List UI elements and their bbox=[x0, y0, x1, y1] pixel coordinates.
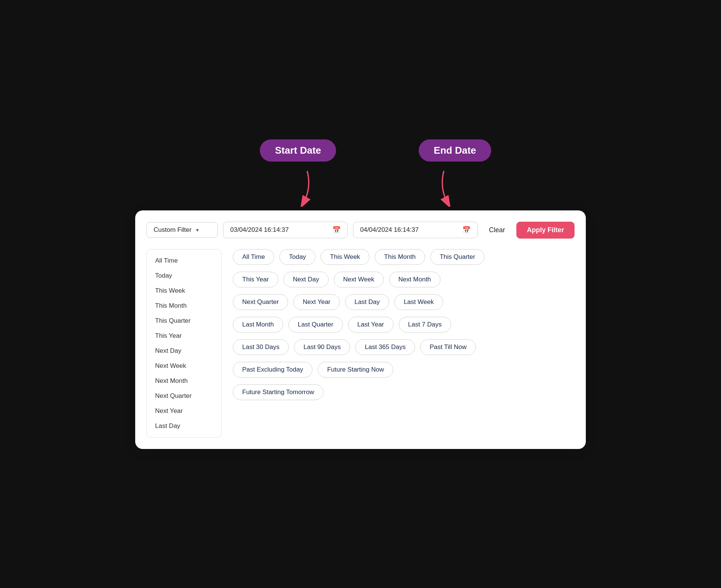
chip-button[interactable]: All Time bbox=[233, 249, 274, 265]
chip-button[interactable]: This Month bbox=[375, 249, 425, 265]
chip-button[interactable]: Next Week bbox=[334, 272, 384, 287]
sidebar-item[interactable]: This Month bbox=[147, 298, 221, 313]
start-date-arrow bbox=[293, 169, 315, 207]
chips-row-0: All TimeTodayThis WeekThis MonthThis Qua… bbox=[233, 249, 575, 265]
chevron-down-icon: ▾ bbox=[196, 227, 199, 233]
sidebar-list: All TimeTodayThis WeekThis MonthThis Qua… bbox=[146, 249, 222, 438]
start-date-input[interactable]: 03/04/2024 16:14:37 📅 bbox=[223, 222, 348, 238]
sidebar-item[interactable]: This Week bbox=[147, 283, 221, 298]
chips-row-1: This YearNext DayNext WeekNext Month bbox=[233, 272, 575, 287]
chip-button[interactable]: Next Year bbox=[293, 294, 340, 310]
chip-button[interactable]: Last Month bbox=[233, 317, 283, 333]
apply-filter-button[interactable]: Apply Filter bbox=[516, 222, 575, 239]
toolbar: Custom Filter ▾ 03/04/2024 16:14:37 📅 04… bbox=[146, 222, 575, 239]
chip-button[interactable]: Last Day bbox=[345, 294, 389, 310]
clear-button[interactable]: Clear bbox=[483, 222, 511, 238]
outer-wrapper: Start Date End Date bbox=[135, 139, 586, 449]
sidebar-item[interactable]: Next Year bbox=[147, 404, 221, 419]
chip-button[interactable]: Last 365 Days bbox=[355, 339, 415, 355]
end-date-input[interactable]: 04/04/2024 16:14:37 📅 bbox=[353, 222, 478, 238]
sidebar-item[interactable]: Last Day bbox=[147, 419, 221, 434]
chips-row-3: Last MonthLast QuarterLast YearLast 7 Da… bbox=[233, 317, 575, 333]
calendar-icon-start: 📅 bbox=[332, 226, 341, 234]
chip-button[interactable]: Today bbox=[279, 249, 315, 265]
start-date-label: Start Date bbox=[260, 139, 336, 162]
end-date-value: 04/04/2024 16:14:37 bbox=[360, 226, 419, 234]
chips-row-2: Next QuarterNext YearLast DayLast Week bbox=[233, 294, 575, 310]
sidebar-item[interactable]: Next Quarter bbox=[147, 388, 221, 404]
chip-button[interactable]: Past Excluding Today bbox=[233, 362, 312, 378]
chip-button[interactable]: This Quarter bbox=[430, 249, 484, 265]
chip-button[interactable]: Last Year bbox=[348, 317, 394, 333]
sidebar-item[interactable]: Next Day bbox=[147, 343, 221, 358]
chip-button[interactable]: Future Starting Now bbox=[318, 362, 393, 378]
start-date-value: 03/04/2024 16:14:37 bbox=[230, 226, 289, 234]
sidebar-item[interactable]: All Time bbox=[147, 253, 221, 268]
top-labels: Start Date End Date bbox=[135, 139, 586, 162]
sidebar-item[interactable]: This Year bbox=[147, 328, 221, 343]
chip-button[interactable]: Last 90 Days bbox=[294, 339, 350, 355]
chips-area: All TimeTodayThis WeekThis MonthThis Qua… bbox=[233, 249, 575, 438]
filter-dropdown[interactable]: Custom Filter ▾ bbox=[146, 222, 218, 238]
content-area: All TimeTodayThis WeekThis MonthThis Qua… bbox=[146, 249, 575, 438]
chips-row-6: Future Starting Tomorrow bbox=[233, 384, 575, 400]
chip-button[interactable]: Last Week bbox=[394, 294, 443, 310]
sidebar-item[interactable]: Next Month bbox=[147, 373, 221, 388]
end-date-label: End Date bbox=[419, 139, 491, 162]
chip-button[interactable]: Past Till Now bbox=[420, 339, 476, 355]
sidebar-item[interactable]: This Quarter bbox=[147, 313, 221, 328]
chip-button[interactable]: This Year bbox=[233, 272, 278, 287]
chip-button[interactable]: Next Quarter bbox=[233, 294, 288, 310]
chip-button[interactable]: Next Month bbox=[389, 272, 440, 287]
chips-row-5: Past Excluding TodayFuture Starting Now bbox=[233, 362, 575, 378]
chip-button[interactable]: Next Day bbox=[284, 272, 329, 287]
chip-button[interactable]: Future Starting Tomorrow bbox=[233, 384, 323, 400]
calendar-icon-end: 📅 bbox=[462, 226, 471, 234]
arrows-row bbox=[135, 169, 586, 207]
sidebar-item[interactable]: Next Week bbox=[147, 358, 221, 373]
chips-row-4: Last 30 DaysLast 90 DaysLast 365 DaysPas… bbox=[233, 339, 575, 355]
end-date-arrow bbox=[436, 169, 458, 207]
chip-button[interactable]: Last Quarter bbox=[288, 317, 343, 333]
chip-button[interactable]: Last 30 Days bbox=[233, 339, 289, 355]
main-card: Custom Filter ▾ 03/04/2024 16:14:37 📅 04… bbox=[135, 210, 586, 449]
sidebar-item[interactable]: Today bbox=[147, 268, 221, 283]
chip-button[interactable]: Last 7 Days bbox=[399, 317, 451, 333]
chip-button[interactable]: This Week bbox=[321, 249, 370, 265]
filter-dropdown-label: Custom Filter bbox=[154, 226, 192, 234]
